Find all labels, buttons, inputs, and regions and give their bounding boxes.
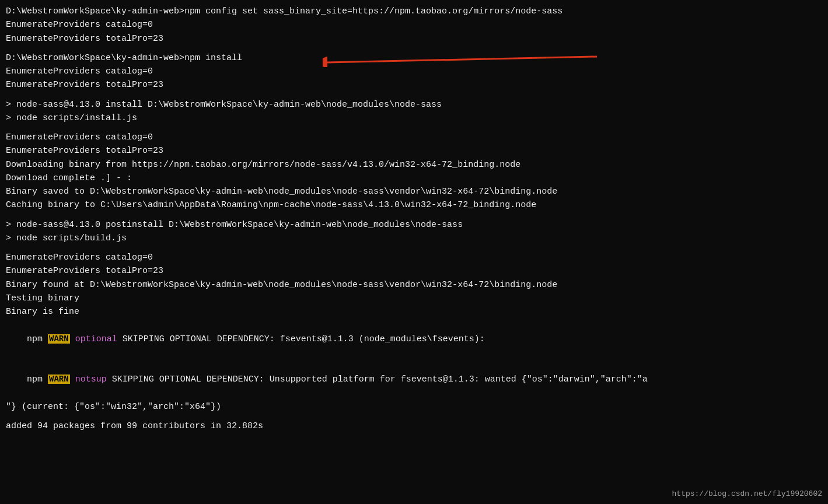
warn-npm-prefix-2: npm	[27, 374, 48, 384]
warn-npm-prefix-1: npm	[27, 334, 48, 344]
line-caching-binary: Caching binary to C:\Users\admin\AppData…	[6, 198, 822, 212]
spacer-4	[6, 212, 822, 218]
npm-install-line-container: D:\WebstromWorkSpace\ky-admin-web>npm in…	[6, 51, 822, 65]
warn-optional-rest: SKIPPING OPTIONAL DEPENDENCY: fsevents@1…	[117, 334, 485, 344]
line-enum4: EnumerateProviders totalPro=23	[6, 264, 822, 278]
warn-badge-notsup: WARN	[48, 374, 70, 384]
warn-notsup-rest: SKIPPING OPTIONAL DEPENDENCY: Unsupporte…	[107, 374, 648, 384]
line-1: D:\WebstromWorkSpace\ky-admin-web>npm co…	[6, 5, 822, 18]
terminal-window: D:\WebstromWorkSpace\ky-admin-web>npm co…	[0, 0, 828, 504]
spacer-2	[6, 92, 822, 98]
line-2: EnumerateProviders catalog=0	[6, 18, 822, 32]
line-warn-notsup: npm WARN notsup SKIPPING OPTIONAL DEPEND…	[6, 359, 822, 400]
spacer-3	[6, 125, 822, 131]
spacer-5	[6, 245, 822, 251]
line-binary-fine: Binary is fine	[6, 305, 822, 318]
line-enum3: EnumerateProviders catalog=0	[6, 251, 822, 264]
line-binary-found: Binary found at D:\WebstromWorkSpace\ky-…	[6, 278, 822, 292]
line-download-complete: Download complete .] - :	[6, 172, 822, 185]
line-enum2: EnumerateProviders totalPro=23	[6, 144, 822, 158]
line-downloading: Downloading binary from https://npm.taob…	[6, 158, 822, 172]
line-added-packages: added 94 packages from 99 contributors i…	[6, 419, 822, 433]
warn-notsup-label: notsup	[70, 374, 107, 384]
line-enum1: EnumerateProviders catalog=0	[6, 131, 822, 144]
line-node-scripts-build: > node scripts/build.js	[6, 232, 822, 245]
watermark-url: https://blog.csdn.net/fly19920602	[672, 489, 822, 498]
line-3: EnumerateProviders totalPro=23	[6, 32, 822, 46]
spacer-6	[6, 414, 822, 419]
line-node-sass-postinstall: > node-sass@4.13.0 postinstall D:\Webstr…	[6, 218, 822, 232]
line-testing-binary: Testing binary	[6, 292, 822, 305]
line-node-sass-install: > node-sass@4.13.0 install D:\WebstromWo…	[6, 98, 822, 111]
warn-optional-label: optional	[70, 334, 117, 344]
line-6: EnumerateProviders totalPro=23	[6, 78, 822, 92]
line-node-scripts-install: > node scripts/install.js	[6, 111, 822, 125]
line-5: EnumerateProviders catalog=0	[6, 65, 822, 78]
line-current-platform: "} (current: {"os":"win32","arch":"x64"}…	[6, 400, 822, 414]
line-npm-install: D:\WebstromWorkSpace\ky-admin-web>npm in…	[6, 51, 822, 65]
warn-badge-optional: WARN	[48, 334, 70, 344]
line-binary-saved: Binary saved to D:\WebstromWorkSpace\ky-…	[6, 185, 822, 198]
spacer-1	[6, 46, 822, 51]
line-warn-optional: npm WARN optional SKIPPING OPTIONAL DEPE…	[6, 318, 822, 359]
